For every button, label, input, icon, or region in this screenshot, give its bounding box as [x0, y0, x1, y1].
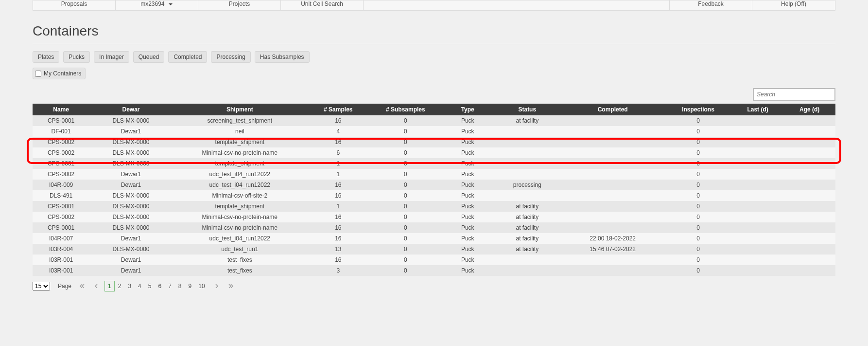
cell-last [732, 255, 784, 265]
filter-hassubsamples[interactable]: Has Subsamples [255, 51, 310, 63]
table-row[interactable]: DF-001Dewar1neil40Puck0 [33, 126, 835, 137]
col-samples[interactable]: # Samples [307, 104, 369, 115]
page-2[interactable]: 2 [115, 281, 125, 291]
table-row[interactable]: CPS-0001DLS-MX-0000Minimal-csv-no-protei… [33, 222, 835, 233]
cell-subsamples: 0 [369, 180, 442, 190]
my-containers-checkbox[interactable] [35, 71, 41, 77]
nav-help[interactable]: Help (Off) [752, 0, 835, 10]
table-row[interactable]: I03R-001Dewar1test_fixes160Puck0 [33, 255, 835, 265]
nav-proposals[interactable]: Proposals [33, 0, 116, 10]
col-last[interactable]: Last (d) [732, 104, 784, 115]
nav-unitcell[interactable]: Unit Cell Search [281, 0, 364, 10]
page-8[interactable]: 8 [175, 281, 185, 291]
page-6[interactable]: 6 [155, 281, 165, 291]
table-row[interactable]: DLS-491DLS-MX-0000Minimal-csv-off-site-2… [33, 190, 835, 201]
col-inspections[interactable]: Inspections [664, 104, 732, 115]
cell-samples: 16 [307, 137, 369, 147]
filter-plates[interactable]: Plates [33, 51, 59, 63]
cell-inspections: 0 [664, 180, 732, 190]
cell-inspections: 0 [664, 147, 732, 158]
cell-samples: 4 [307, 126, 369, 137]
table-row[interactable]: I03R-004DLS-MX-0000udc_test_run1130Pucka… [33, 244, 835, 255]
cell-subsamples: 0 [369, 169, 442, 180]
cell-dewar: DLS-MX-0000 [89, 201, 173, 212]
table-row[interactable]: CPS-0002DLS-MX-0000template_shipment160P… [33, 137, 835, 147]
pager-next[interactable] [211, 282, 222, 291]
cell-last [732, 158, 784, 169]
cell-shipment: udc_test_i04_run12022 [173, 180, 307, 190]
table-row[interactable]: CPS-0002Dewar1udc_test_i04_run1202210Puc… [33, 169, 835, 180]
cell-dewar: DLS-MX-0000 [89, 137, 173, 147]
cell-type: Puck [442, 158, 494, 169]
pager-first[interactable] [76, 282, 88, 291]
cell-last [732, 212, 784, 222]
table-row[interactable]: I04R-007Dewar1udc_test_i04_run12022160Pu… [33, 233, 835, 244]
table-row[interactable]: CPS-0001DLS-MX-0000screening_test_shipme… [33, 115, 835, 126]
my-containers-toggle[interactable]: My Containers [33, 68, 86, 79]
col-name[interactable]: Name [33, 104, 89, 115]
cell-completed [561, 137, 664, 147]
table-row[interactable]: CPS-0002DLS-MX-0000Minimal-csv-no-protei… [33, 147, 835, 158]
table-row[interactable]: CPS-0001DLS-MX-0000template_shipment10Pu… [33, 158, 835, 169]
cell-last [732, 115, 784, 126]
col-subsamples[interactable]: # Subsamples [369, 104, 442, 115]
filter-processing[interactable]: Processing [211, 51, 250, 63]
cell-subsamples: 0 [369, 233, 442, 244]
page-10[interactable]: 10 [195, 281, 208, 291]
filter-inimager[interactable]: In Imager [94, 51, 129, 63]
pagesize-select[interactable]: 15 [33, 282, 50, 291]
col-age[interactable]: Age (d) [783, 104, 835, 115]
cell-dewar: Dewar1 [89, 169, 173, 180]
cell-shipment: template_shipment [173, 201, 307, 212]
page-1[interactable]: 1 [104, 281, 115, 291]
page-4[interactable]: 4 [135, 281, 145, 291]
pager-prev[interactable] [91, 282, 102, 291]
chevron-down-icon [168, 0, 173, 7]
table-row[interactable]: I03R-001Dewar1test_fixes30Puck0 [33, 265, 835, 276]
cell-name: CPS-0002 [33, 147, 89, 158]
cell-inspections: 0 [664, 222, 732, 233]
cell-name: CPS-0001 [33, 158, 89, 169]
nav-visit-dropdown[interactable]: mx23694 [116, 0, 198, 10]
search-input[interactable] [753, 88, 835, 101]
col-shipment[interactable]: Shipment [173, 104, 307, 115]
page-5[interactable]: 5 [145, 281, 155, 291]
col-dewar[interactable]: Dewar [89, 104, 173, 115]
cell-samples: 1 [307, 169, 369, 180]
cell-type: Puck [442, 137, 494, 147]
cell-status: processing [494, 180, 561, 190]
cell-name: CPS-0002 [33, 169, 89, 180]
cell-last [732, 265, 784, 276]
cell-age [783, 158, 835, 169]
cell-shipment: Minimal-csv-no-protein-name [173, 147, 307, 158]
cell-inspections: 0 [664, 158, 732, 169]
cell-shipment: Minimal-csv-no-protein-name [173, 212, 307, 222]
cell-status: at facility [494, 222, 561, 233]
table-row[interactable]: CPS-0002DLS-MX-0000Minimal-csv-no-protei… [33, 212, 835, 222]
filter-completed[interactable]: Completed [168, 51, 207, 63]
filter-pucks[interactable]: Pucks [63, 51, 90, 63]
cell-type: Puck [442, 265, 494, 276]
col-type[interactable]: Type [442, 104, 494, 115]
cell-subsamples: 0 [369, 201, 442, 212]
page-7[interactable]: 7 [165, 281, 175, 291]
table-row[interactable]: I04R-009Dewar1udc_test_i04_run12022160Pu… [33, 180, 835, 190]
cell-name: CPS-0002 [33, 137, 89, 147]
nav-feedback[interactable]: Feedback [670, 0, 752, 10]
col-status[interactable]: Status [494, 104, 561, 115]
table-row[interactable]: CPS-0001DLS-MX-0000template_shipment10Pu… [33, 201, 835, 212]
col-completed[interactable]: Completed [561, 104, 664, 115]
cell-dewar: DLS-MX-0000 [89, 222, 173, 233]
cell-type: Puck [442, 255, 494, 265]
cell-last [732, 222, 784, 233]
cell-name: I03R-001 [33, 265, 89, 276]
pager-last[interactable] [225, 282, 237, 291]
cell-age [783, 126, 835, 137]
cell-completed [561, 126, 664, 137]
page-9[interactable]: 9 [185, 281, 195, 291]
nav-projects[interactable]: Projects [198, 0, 281, 10]
cell-status: at facility [494, 244, 561, 255]
page-3[interactable]: 3 [124, 281, 135, 291]
cell-samples: 16 [307, 212, 369, 222]
filter-queued[interactable]: Queued [133, 51, 165, 63]
